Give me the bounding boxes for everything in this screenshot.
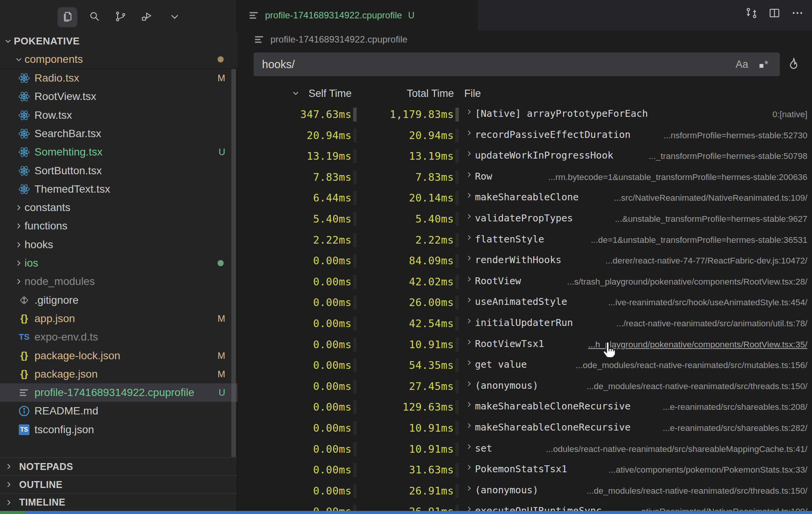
more-actions-button[interactable] [788,5,807,23]
tree-item-searchbar-tsx[interactable]: SearchBar.tsx [0,124,237,143]
show-hot-paths-button[interactable] [783,54,804,75]
function-name[interactable]: (anonymous) [475,380,539,391]
profile-row-7[interactable]: 2.22ms2.22msflattenStyle...de=1&unstable… [237,230,812,251]
profile-row-11[interactable]: 0.00ms42.54msinitialUpdaterRun.../react-… [237,313,812,334]
tree-item-readme-md[interactable]: README.md [0,402,237,420]
source-control-button[interactable] [111,7,131,27]
explorer-button[interactable] [57,7,77,27]
function-name[interactable]: (anonymous) [475,485,539,496]
profile-row-17[interactable]: 0.00ms10.91msset...odules/react-native-r… [237,439,812,460]
sidebar-panel-timeline[interactable]: TIMELINE [0,493,237,511]
function-name[interactable]: RootViewTsx1 [475,338,544,349]
match-case-toggle[interactable]: Aa [735,59,748,70]
header-file[interactable]: File [464,88,481,100]
expand-chevron-icon[interactable] [465,380,473,390]
profile-row-19[interactable]: 0.00ms26.91ms(anonymous)...de_modules/re… [237,481,812,502]
tree-item-hooks[interactable]: hooks [0,236,237,254]
expand-chevron-icon[interactable] [465,275,473,285]
tree-item-expo-env-d-ts[interactable]: TSexpo-env.d.ts [0,328,237,346]
expand-chevron-icon[interactable] [465,212,473,222]
expand-chevron-icon[interactable] [465,149,473,159]
tree-item-functions[interactable]: functions [0,217,237,235]
function-name[interactable]: [Native] arrayPrototypeForEach [475,108,648,119]
status-remote-segment[interactable] [0,511,25,514]
sidebar-item-components-folder[interactable]: components [0,50,237,69]
file-location[interactable]: ...derer/react-native-74-77/ReactFabric-… [606,256,807,266]
function-name[interactable]: get value [475,359,527,370]
function-name[interactable]: Row [475,171,492,182]
profile-row-6[interactable]: 5.40ms5.40msvalidatePropTypes...&unstabl… [237,209,812,230]
sidebar-item-project-root[interactable]: POKENATIVE [0,32,237,50]
file-location[interactable]: ...ativeReanimated/NativeReanimated.ts:1… [634,507,807,511]
profile-row-18[interactable]: 0.00ms31.63msPokemonStatsTsx1...ative/co… [237,460,812,481]
file-location[interactable]: ...de_modules/react-native-reanimated/sr… [586,486,807,496]
expand-chevron-icon[interactable] [465,129,473,139]
tree-item-profile-1741689314922-cpuprofile[interactable]: profile-1741689314922.cpuprofileU [0,383,237,402]
search-button[interactable] [85,7,105,27]
profile-row-14[interactable]: 0.00ms27.45ms(anonymous)...de_modules/re… [237,376,812,397]
expand-chevron-icon[interactable] [465,108,473,118]
function-name[interactable]: RootView [475,275,521,286]
file-location[interactable]: 0:[native] [773,110,807,119]
profile-row-20[interactable]: 0.00ms26.91msexecuteOnUIRuntimeSync...at… [237,501,812,511]
expand-chevron-icon[interactable] [465,484,473,494]
expand-chevron-icon[interactable] [465,505,473,511]
sidebar-panel-notepads[interactable]: NOTEPADS [0,457,237,475]
function-name[interactable]: makeShareableCloneRecursive [475,401,630,412]
tree-item-constants[interactable]: constants [0,198,237,217]
compare-changes-button[interactable] [742,5,761,23]
tree-item-tsconfig-json[interactable]: TStsconfig.json [0,421,237,439]
profile-row-12[interactable]: 0.00ms10.91msRootViewTsx1...h_playground… [237,334,812,355]
file-location[interactable]: ...ive-reanimated/src/hook/useAnimatedSt… [608,298,807,308]
profile-row-3[interactable]: 13.19ms13.19msupdateWorkInProgressHook..… [237,146,812,167]
expand-chevron-icon[interactable] [465,463,473,473]
tree-item-rootview-tsx[interactable]: RootView.tsx [0,87,237,106]
header-self-time[interactable]: Self Time [237,88,352,100]
file-location[interactable]: ...de_modules/react-native-reanimated/sr… [586,381,807,391]
file-location[interactable]: ...e-reanimated/src/shareables.ts:208/ [663,402,807,412]
function-name[interactable]: renderWithHooks [475,254,562,265]
expand-chevron-icon[interactable] [465,296,473,306]
file-location[interactable]: ...e-reanimated/src/shareables.ts:282/ [663,423,807,433]
tree-item-sortbutton-tsx[interactable]: SortButton.tsx [0,162,237,180]
profile-row-13[interactable]: 0.00ms54.35msget value...ode_modules/rea… [237,355,812,376]
file-location[interactable]: ...de=1&unstable_transformProfile=hermes… [591,235,807,245]
file-location[interactable]: ...rm.bytecode=1&unstable_transformProfi… [548,172,807,182]
profile-row-4[interactable]: 7.83ms7.83msRow...rm.bytecode=1&unstable… [237,167,812,188]
expand-chevron-icon[interactable] [465,358,473,368]
profile-row-2[interactable]: 20.94ms20.94msrecordPassiveEffectDuratio… [237,125,812,146]
expand-chevron-icon[interactable] [465,421,473,431]
function-name[interactable]: set [475,443,492,454]
tree-item-themedtext-tsx[interactable]: ThemedText.tsx [0,180,237,198]
function-name[interactable]: useAnimatedStyle [475,296,567,307]
function-name[interactable]: flattenStyle [475,234,544,245]
regex-toggle[interactable]: * [760,59,768,70]
run-debug-button[interactable] [136,7,156,27]
profile-row-16[interactable]: 0.00ms10.91msmakeShareableCloneRecursive… [237,418,812,439]
file-location[interactable]: .../react-native-reanimated/src/animatio… [616,319,807,329]
profile-row-9[interactable]: 0.00ms42.02msRootView...s/trash_playgrou… [237,272,812,293]
file-location-link[interactable]: ...h_playground/pokenative/components/Ro… [588,340,807,350]
profile-row-1[interactable]: 347.63ms1,179.83ms[Native] arrayPrototyp… [237,104,812,125]
tab-cpuprofile[interactable]: profile-1741689314922.cpuprofile U [237,0,478,31]
function-name[interactable]: makeShareableClone [475,192,579,203]
tree-item-radio-tsx[interactable]: Radio.tsxM [0,69,237,87]
expand-chevron-icon[interactable] [465,191,473,201]
function-name[interactable]: updateWorkInProgressHook [475,150,613,161]
file-location[interactable]: ...nsformProfile=hermes-stable:52730 [663,131,807,141]
function-name[interactable]: initialUpdaterRun [475,317,573,328]
file-location[interactable]: ...ative/components/pokemon/PokemonStats… [609,465,807,475]
expand-chevron-icon[interactable] [465,254,473,264]
function-name[interactable]: validatePropTypes [475,213,573,224]
expand-chevron-icon[interactable] [465,170,473,180]
file-location[interactable]: ...src/NativeReanimated/NativeReanimated… [614,193,807,203]
function-name[interactable]: executeOnUIRuntimeSync [475,505,602,511]
tree-item-app-json[interactable]: {}app.jsonM [0,309,237,328]
split-editor-button[interactable] [765,5,784,23]
status-main-segment[interactable] [25,511,812,514]
file-location[interactable]: ...s/trash_playground/pokenative/compone… [567,277,807,287]
header-total-time[interactable]: Total Time [360,88,454,100]
tree-item-package-json[interactable]: {}package.jsonM [0,365,237,383]
expand-chevron-icon[interactable] [465,317,473,327]
sidebar-scrollbar[interactable] [231,69,236,457]
